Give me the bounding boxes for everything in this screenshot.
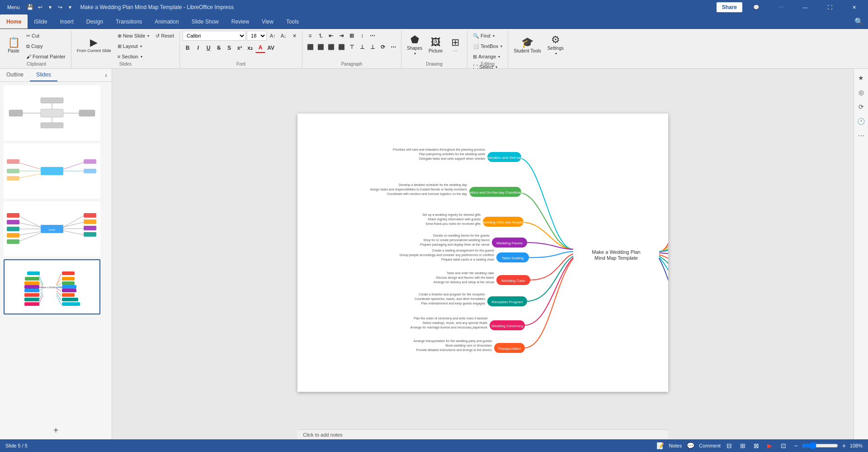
tab-transitions[interactable]: Transitions (109, 14, 148, 29)
font-size-select[interactable]: 18 (247, 31, 267, 41)
from-current-slide-button[interactable]: ▶ From Current Slide (74, 31, 114, 60)
vert-bot-button[interactable]: ⊥ (368, 42, 377, 52)
right-panel-icon-3[interactable]: ⟳ (856, 101, 867, 112)
superscript-button[interactable]: x² (235, 43, 245, 53)
align-justify-button[interactable]: ⬛ (336, 42, 346, 52)
bold-button[interactable]: B (183, 43, 193, 53)
right-panel-icon-5[interactable]: ⋯ (856, 130, 867, 141)
title-bar-right: Share 💬 ⋯ — ⛶ ✕ (717, 0, 864, 14)
normal-view-icon[interactable]: ⊟ (724, 441, 734, 451)
new-slide-button[interactable]: ⊕ New Slide ▾ (115, 31, 152, 41)
arrange-options-button[interactable]: ⊞ ⋯ (446, 31, 464, 60)
right-panel-icon-4[interactable]: 🕐 (856, 116, 867, 127)
outline-view-icon[interactable]: ⊞ (738, 441, 748, 451)
subscript-button[interactable]: x₂ (245, 43, 255, 53)
textbox-button[interactable]: ⬜ TextBox ▾ (470, 41, 505, 51)
minimize-icon[interactable]: — (795, 0, 816, 14)
add-slide-button[interactable]: + (0, 422, 112, 439)
settings-button[interactable]: ⚙ Settings ▾ (545, 31, 566, 60)
strikethrough-button[interactable]: S (214, 43, 224, 53)
notes-toggle[interactable]: 📝 (655, 441, 665, 451)
redo-icon[interactable]: ↪ (56, 3, 64, 11)
tab-view[interactable]: View (255, 14, 280, 29)
close-icon[interactable]: ✕ (844, 0, 864, 14)
maximize-icon[interactable]: ⛶ (819, 0, 840, 14)
zoom-slider[interactable] (802, 442, 838, 449)
tab-islide[interactable]: iSlide (28, 14, 53, 29)
char-spacing-button[interactable]: AV (266, 43, 276, 53)
find-button[interactable]: 🔍 Find ▾ (470, 31, 505, 41)
align-center-button[interactable]: ⬛ (316, 42, 326, 52)
clear-format-button[interactable]: ✕ (289, 31, 299, 41)
indent-more-button[interactable]: ⇥ (336, 31, 346, 41)
shadow-button[interactable]: S (224, 43, 234, 53)
tab-insert[interactable]: Insert (54, 14, 80, 29)
svg-text:Wedding Favors: Wedding Favors (496, 241, 523, 245)
comment-icon[interactable]: 💬 (746, 0, 767, 14)
shapes-button[interactable]: ⬟ Shapes ▾ (404, 31, 425, 60)
columns-button[interactable]: ⊞ (347, 31, 357, 41)
zoom-out-button[interactable]: − (792, 442, 800, 450)
layout-button[interactable]: ⊞ Layout ▾ (115, 41, 152, 51)
slide-2-thumb[interactable] (4, 86, 100, 141)
more-para-button[interactable]: ⋯ (368, 31, 377, 41)
align-right-button[interactable]: ⬛ (326, 42, 336, 52)
tab-outline[interactable]: Outline (0, 69, 30, 81)
tab-tools[interactable]: Tools (280, 14, 305, 29)
format-painter-button[interactable]: 🖌Format Painter (24, 52, 68, 62)
comment-toggle[interactable]: 💬 (685, 441, 695, 451)
settings-icon: ⚙ (551, 35, 560, 45)
line-spacing-button[interactable]: ↕ (357, 31, 367, 41)
undo-dropdown-icon[interactable]: ▾ (46, 3, 54, 11)
tab-home[interactable]: Home (0, 14, 28, 29)
increase-font-button[interactable]: A↑ (268, 31, 278, 41)
section-button[interactable]: ≡ Section ▾ (115, 52, 152, 62)
slide-5-thumb[interactable]: Make a Wedding Plan (4, 259, 100, 314)
copy-button[interactable]: ⧉Copy (24, 41, 68, 51)
tab-design[interactable]: Design (80, 14, 109, 29)
vert-mid-button[interactable]: ⊥ (357, 42, 367, 52)
italic-button[interactable]: I (193, 43, 203, 53)
share-button[interactable]: Share (717, 2, 742, 12)
slide-3-thumb[interactable] (4, 143, 100, 199)
underline-button[interactable]: U (203, 43, 213, 53)
font-name-select[interactable]: Calibri (183, 31, 246, 41)
sidebar-collapse-button[interactable]: ‹ (100, 69, 112, 81)
arrange-button[interactable]: ⊞ Arrange ▾ (470, 52, 505, 62)
bullets-button[interactable]: ≡ (305, 31, 315, 41)
right-panel-icon-1[interactable]: ★ (856, 72, 867, 83)
numbering-button[interactable]: ⒈ (316, 31, 326, 41)
student-tools-button[interactable]: 🎓 Student Tools (511, 31, 543, 60)
undo-icon[interactable]: ↩ (36, 3, 44, 11)
slide-view-icon[interactable]: ⊠ (751, 441, 761, 451)
slide-canvas[interactable]: Make a Wedding Plan Mind Map Template Re… (297, 114, 668, 392)
menu-button[interactable]: Menu (4, 3, 24, 12)
more-options-icon[interactable]: ⋯ (770, 0, 791, 14)
slide-4-thumb[interactable]: Center (4, 201, 100, 257)
zoom-in-button[interactable]: + (840, 442, 848, 450)
picture-button[interactable]: 🖼 Picture (426, 31, 445, 60)
tab-slides[interactable]: Slides (30, 69, 57, 81)
notes-bar[interactable]: Click to add notes (297, 429, 668, 439)
save-icon[interactable]: 💾 (26, 3, 34, 11)
text-dir-button[interactable]: ⟳ (378, 42, 388, 52)
fit-page-icon[interactable]: ⊡ (778, 441, 788, 451)
more-align-button[interactable]: ⋯ (388, 42, 398, 52)
slideshow-icon[interactable]: ▶ (765, 441, 775, 451)
tab-review[interactable]: Review (225, 14, 255, 29)
indent-less-button[interactable]: ⇤ (326, 31, 336, 41)
align-left-button[interactable]: ⬛ (305, 42, 315, 52)
reset-button[interactable]: ↺ Reset (153, 31, 177, 41)
ribbon-search[interactable]: 🔍 (850, 14, 868, 29)
decrease-font-button[interactable]: A↓ (278, 31, 288, 41)
slide-3-wrapper: 3 (4, 143, 108, 199)
redo-dropdown-icon[interactable]: ▾ (66, 3, 74, 11)
tab-animation[interactable]: Animation (148, 14, 185, 29)
canvas-area[interactable]: Make a Wedding Plan Mind Map Template Re… (112, 69, 854, 439)
vert-top-button[interactable]: ⊤ (347, 42, 357, 52)
font-color-button[interactable]: A (255, 43, 265, 53)
cut-button[interactable]: ✂Cut (24, 31, 68, 41)
tab-slideshow[interactable]: Slide Show (185, 14, 225, 29)
right-panel-icon-2[interactable]: ◎ (856, 87, 867, 98)
paste-button[interactable]: 📋 Paste (5, 31, 23, 60)
